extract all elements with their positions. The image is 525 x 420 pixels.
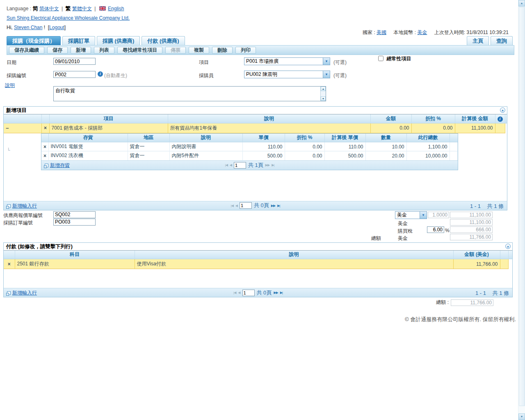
pager-first-icon[interactable]: |◀ — [233, 291, 236, 294]
delete-row-icon[interactable]: × — [41, 142, 48, 151]
add-inventory[interactable]: 新增存貨 — [45, 162, 70, 169]
chevron-down-icon[interactable]: ▼ — [420, 212, 427, 219]
item-row[interactable]: − × 7001 銷售成本 - 採購部 所有貨品均有1年保養 0.00 0.00… — [4, 123, 507, 133]
query-button[interactable]: 查詢 — [491, 36, 513, 45]
pager-last-icon[interactable]: ▶| — [272, 163, 274, 167]
new-button[interactable]: 新增 — [71, 47, 91, 54]
list-button[interactable]: 列表 — [94, 47, 114, 54]
add-payment-row-link[interactable]: 新增輸入行 — [12, 290, 37, 297]
tax-rate-input[interactable] — [427, 226, 444, 233]
logout-link[interactable]: Logout — [49, 25, 64, 30]
scroll-up-icon[interactable]: ▲ — [321, 87, 326, 91]
collapse-icon[interactable]: ▲ — [505, 244, 511, 249]
delete-row-icon[interactable]: × — [41, 151, 48, 160]
pager-prev-icon[interactable]: ◀ — [230, 163, 232, 167]
pager-first-icon[interactable]: |◀ — [231, 204, 233, 208]
auto-generate-note: (自動產生) — [104, 72, 127, 79]
pager-next-icon[interactable]: ▶▶ — [271, 204, 275, 208]
page-header: Language : 简 简体中文 | 繁 繁體中文 | English Sun… — [0, 0, 525, 35]
page-input[interactable] — [242, 290, 255, 296]
date-input[interactable] — [53, 58, 96, 65]
pager-first-icon[interactable]: |◀ — [225, 163, 228, 167]
items-bottom-bar: 新增輸入行 |◀ ◀ 共 0頁 ▶▶ ▶| 1 - 1 共 1 條 — [4, 201, 507, 210]
tab-purchase-supplier[interactable]: 採購 (供應商) — [97, 36, 140, 45]
payment-row[interactable]: × 2501 銀行存款 使用Visa付款 11,766.00 — [4, 259, 512, 269]
simplified-chinese-link[interactable]: 简体中文 — [39, 6, 59, 11]
inventory-cell: INV001 電飯煲 — [48, 142, 128, 151]
filler-cell — [505, 123, 507, 133]
print-button[interactable]: 列印 — [235, 47, 256, 54]
add-input-row[interactable]: 新增輸入行 — [7, 203, 37, 210]
add-inventory-link[interactable]: 新增存貨 — [50, 162, 70, 169]
col-filler-header — [450, 134, 458, 142]
qty-cell: 10.00 — [365, 142, 406, 151]
description-link[interactable]: 說明 — [5, 82, 15, 89]
currency-select[interactable]: 美金 ▼ — [395, 211, 427, 219]
page-input[interactable] — [234, 162, 246, 169]
grand-total-input — [451, 299, 493, 306]
project-value: P001 市場推廣 — [244, 58, 323, 65]
save-button[interactable]: 儲存 — [47, 47, 68, 54]
col-expand-header — [4, 114, 41, 123]
add-input-row-link[interactable]: 新增輸入行 — [12, 203, 37, 210]
scroll-up-icon[interactable]: ▲ — [518, 0, 525, 7]
collapse-row-icon[interactable]: − — [4, 123, 41, 133]
pager-next-icon[interactable]: ▶▶ — [265, 163, 269, 167]
payment-bottom-bar: 新增輸入行 |◀ ◀ 共 0頁 ▶▶ ▶| 1 - 1 共 1 條 — [4, 288, 512, 297]
tab-purchase-order[interactable]: 採購訂單 — [62, 36, 95, 45]
pager-next-icon[interactable]: ▶▶ — [274, 291, 278, 294]
chevron-down-icon[interactable]: ▼ — [323, 71, 330, 78]
recurring-checkbox[interactable] — [378, 56, 383, 61]
purchaser-select[interactable]: PU002 陳震明 ▼ — [244, 71, 330, 78]
currency-value: 美金 — [395, 212, 420, 219]
supplier-quote-input[interactable] — [53, 211, 96, 218]
add-window-icon — [45, 164, 48, 167]
find-recurring-button[interactable]: 尋找經常性項目 — [117, 47, 162, 54]
company-link[interactable]: Sun Shing Electrical Appliance Wholesale… — [7, 15, 130, 21]
calc-unit-price-cell: 110.00 — [324, 142, 365, 151]
pager-prev-icon[interactable]: ◀ — [238, 291, 240, 294]
pager-prev-icon[interactable]: ◀ — [235, 204, 237, 208]
tab-payment-supplier[interactable]: 付款 (供應商) — [142, 36, 185, 45]
project-optional: (可選) — [333, 59, 347, 66]
chevron-down-icon[interactable]: ▼ — [323, 58, 330, 65]
purchase-order-label: 採購訂單編號 — [3, 219, 33, 226]
user-link[interactable]: Steven Chan — [14, 25, 42, 30]
inventory-row[interactable]: × INV001 電飯煲 貨倉一 內附說明書 110.00 0.00 110.0… — [41, 142, 458, 151]
pager-last-icon[interactable]: ▶| — [277, 204, 280, 208]
total-amount-input — [450, 234, 493, 240]
english-link[interactable]: English — [108, 6, 124, 11]
filler-cell — [508, 259, 512, 269]
scroll-down-icon[interactable]: ▼ — [321, 96, 326, 101]
home-button[interactable]: 主頁 — [467, 36, 489, 45]
vertical-scrollbar[interactable]: ▲ ▼ — [518, 0, 525, 420]
traditional-chinese-link[interactable]: 繁體中文 — [72, 6, 92, 11]
country-link[interactable]: 美國 — [377, 30, 386, 35]
purchase-no-input[interactable] — [53, 71, 96, 78]
inventory-row[interactable]: × INV002 洗衣機 貨倉一 內附5件配件 500.00 0.00 500.… — [41, 151, 458, 160]
delete-button[interactable]: 刪除 — [212, 47, 233, 54]
inventory-header-row: 存貨 地區 說明 單價 折扣 % 計算後 單價 數量 此行總數 — [41, 134, 458, 142]
scroll-down-icon[interactable]: ▼ — [518, 413, 525, 420]
collapse-icon[interactable]: ▲ — [500, 107, 505, 113]
tab-purchase-cash[interactable]: 採購（現金採購） — [7, 36, 61, 45]
description-value: 自行取貨 — [55, 87, 75, 94]
purchase-order-input[interactable] — [53, 219, 96, 226]
pager-last-icon[interactable]: ▶| — [280, 291, 283, 294]
description-textarea[interactable]: 自行取貨 ▲ ▼ — [53, 86, 326, 101]
page-input[interactable] — [240, 202, 252, 209]
tax-amount-input — [450, 226, 493, 233]
copy-button[interactable]: 複製 — [189, 47, 209, 54]
save-continue-button[interactable]: 儲存及繼續 — [9, 47, 44, 54]
line-total-cell: 10,000.00 — [406, 151, 450, 160]
textarea-scrollbar[interactable]: ▲ ▼ — [320, 87, 326, 101]
col-filler-header — [508, 251, 512, 259]
item-discount-cell: 0.00 — [411, 123, 455, 133]
scrollbar-thumb[interactable] — [519, 7, 525, 406]
delete-row-icon[interactable]: × — [4, 259, 15, 269]
project-select[interactable]: P001 市場推廣 ▼ — [244, 57, 330, 65]
local-currency-link[interactable]: 美金 — [417, 30, 427, 35]
items-panel-title: 新增項目 ▲ — [4, 107, 507, 114]
delete-row-icon[interactable]: × — [41, 123, 49, 133]
add-payment-row[interactable]: 新增輸入行 — [7, 290, 37, 297]
